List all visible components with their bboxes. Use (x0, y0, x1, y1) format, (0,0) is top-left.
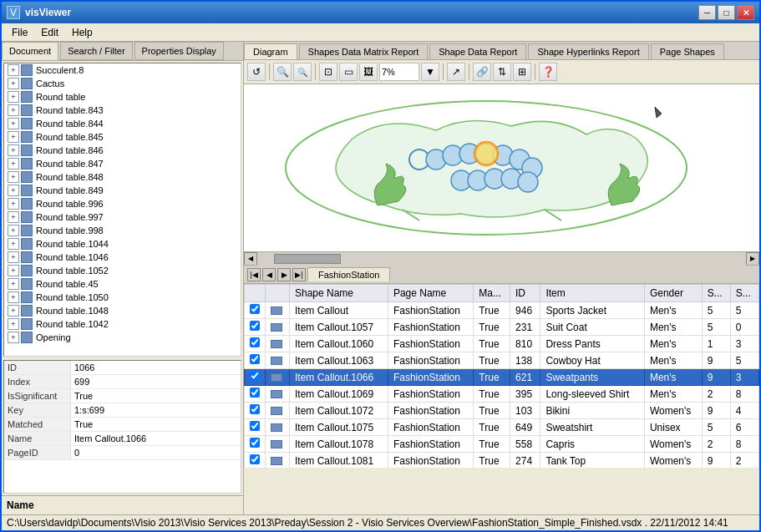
page-prev-button[interactable]: ◀ (262, 268, 276, 281)
tab-document[interactable]: Document (2, 42, 58, 60)
page-tab-fashion[interactable]: FashionStation (307, 267, 390, 281)
expand-icon[interactable]: + (8, 225, 19, 236)
page-first-button[interactable]: |◀ (247, 268, 261, 281)
tree-item-1044[interactable]: + Round table.1044 (4, 237, 241, 251)
menu-edit[interactable]: Edit (34, 25, 65, 40)
maximize-button[interactable]: □ (718, 5, 735, 20)
tree-item-1052[interactable]: + Round table.1052 (4, 264, 241, 277)
tree-item-1042[interactable]: + Round table.1042 (4, 317, 241, 331)
tree-item-849[interactable]: + Round table.849 (4, 184, 241, 197)
expand-icon[interactable]: + (8, 131, 19, 143)
tree-item-998[interactable]: + Round table.998 (4, 224, 241, 237)
row-checkbox[interactable] (250, 354, 260, 364)
col-s1[interactable]: S... (702, 285, 730, 302)
expand-icon[interactable]: + (8, 64, 19, 76)
tree-item-opening[interactable]: + Opening (4, 331, 241, 344)
table-row[interactable]: Item Callout.1075 FashionStation True 64… (245, 419, 759, 436)
tab-shapes-matrix[interactable]: Shapes Data Matrix Report (299, 43, 429, 59)
fit-page-button[interactable]: ⊡ (319, 63, 337, 81)
row-checkbox[interactable] (250, 337, 260, 347)
zoom-dropdown[interactable]: ▼ (421, 63, 439, 81)
row-checkbox[interactable] (250, 388, 260, 398)
diagram-canvas-area[interactable] (244, 84, 759, 251)
row-checkbox[interactable] (250, 438, 260, 448)
expand-icon[interactable]: + (8, 91, 19, 103)
row-checkbox[interactable] (250, 321, 260, 331)
tree-item-844[interactable]: + Round table.844 (4, 117, 241, 130)
page-next-button[interactable]: ▶ (277, 268, 291, 281)
col-id[interactable]: ID (510, 285, 540, 302)
expand-icon[interactable]: + (8, 251, 19, 263)
zoom-in-button[interactable]: 🔍 (273, 63, 292, 81)
scroll-left-button[interactable]: ◀ (244, 252, 257, 266)
tree-item-45[interactable]: + Round table.45 (4, 277, 241, 291)
expand-icon[interactable]: + (8, 171, 19, 183)
tree-item-996[interactable]: + Round table.996 (4, 197, 241, 210)
thumbnail-button[interactable]: 🖼 (359, 63, 378, 81)
col-page-name[interactable]: Page Name (388, 285, 473, 302)
expand-icon[interactable]: + (8, 104, 19, 116)
menu-help[interactable]: Help (65, 25, 99, 40)
tab-search-filter[interactable]: Search / Filter (60, 42, 132, 60)
table-row[interactable]: Item Callout.1063 FashionStation True 13… (245, 352, 759, 369)
col-s2[interactable]: S... (730, 285, 758, 302)
scroll-track[interactable] (257, 252, 746, 266)
expand-icon[interactable]: + (8, 78, 19, 89)
row-checkbox[interactable] (250, 371, 260, 381)
zoom-input[interactable] (379, 63, 419, 81)
expand-icon[interactable]: + (8, 238, 19, 250)
data-table-area[interactable]: Shape Name Page Name Ma... ID Item Gende… (244, 284, 759, 468)
row-checkbox[interactable] (250, 404, 260, 414)
grid-button[interactable]: ⊞ (513, 63, 531, 81)
row-checkbox[interactable] (250, 304, 260, 314)
table-row[interactable]: Item Callout.1066 FashionStation True 62… (245, 369, 759, 386)
table-row[interactable]: Item Callout.1081 FashionStation True 27… (245, 453, 759, 469)
col-gender[interactable]: Gender (644, 285, 702, 302)
tree-item-1046[interactable]: + Round table.1046 (4, 251, 241, 264)
expand-icon[interactable]: + (8, 185, 19, 196)
expand-icon[interactable]: + (8, 118, 19, 129)
diagram-h-scrollbar[interactable]: ◀ ▶ (244, 251, 759, 265)
expand-icon[interactable]: + (8, 158, 19, 170)
page-last-button[interactable]: ▶| (292, 268, 306, 281)
tree-item-848[interactable]: + Round table.848 (4, 170, 241, 184)
refresh-button[interactable]: ↺ (247, 63, 266, 81)
expand-icon[interactable]: + (8, 211, 19, 223)
expand-icon[interactable]: + (8, 318, 19, 330)
menu-file[interactable]: File (5, 25, 34, 40)
expand-icon[interactable]: + (8, 144, 19, 156)
tree-item-847[interactable]: + Round table.847 (4, 157, 241, 170)
page-width-button[interactable]: ▭ (339, 63, 358, 81)
tree-item-845[interactable]: + Round table.845 (4, 130, 241, 144)
tree-item-1050[interactable]: + Round table.1050 (4, 291, 241, 304)
table-row[interactable]: Item Callout FashionStation True 946 Spo… (245, 302, 759, 319)
tab-diagram[interactable]: Diagram (244, 43, 297, 59)
tab-shape-data[interactable]: Shape Data Report (429, 43, 526, 59)
tab-properties-display[interactable]: Properties Display (134, 42, 224, 60)
table-row[interactable]: Item Callout.1057 FashionStation True 23… (245, 319, 759, 336)
expand-icon[interactable]: + (8, 305, 19, 317)
tree-item-843[interactable]: + Round table.843 (4, 104, 241, 117)
expand-icon[interactable]: + (8, 198, 19, 210)
scroll-thumb[interactable] (274, 254, 341, 264)
row-checkbox[interactable] (250, 421, 260, 431)
tree-item-1048[interactable]: + Round table.1048 (4, 304, 241, 317)
expand-icon[interactable]: + (8, 265, 19, 276)
table-row[interactable]: Item Callout.1060 FashionStation True 81… (245, 336, 759, 352)
expand-icon[interactable]: + (8, 291, 19, 303)
row-checkbox[interactable] (250, 454, 260, 464)
col-item[interactable]: Item (540, 285, 645, 302)
col-matched[interactable]: Ma... (474, 285, 510, 302)
help-button[interactable]: ❓ (539, 63, 557, 81)
tab-page-shapes[interactable]: Page Shapes (651, 43, 724, 59)
col-shape-name[interactable]: Shape Name (290, 285, 388, 302)
sync-button[interactable]: ⇅ (493, 63, 511, 81)
tree-item-round-table[interactable]: + Round table (4, 90, 241, 104)
tree-item-997[interactable]: + Round table.997 (4, 210, 241, 224)
export-button[interactable]: ↗ (447, 63, 465, 81)
expand-icon[interactable]: + (8, 278, 19, 290)
tree-item-cactus[interactable]: + Cactus (4, 77, 241, 90)
tab-hyperlinks[interactable]: Shape Hyperlinks Report (528, 43, 648, 59)
document-tree[interactable]: + Succulent.8 + Cactus + Round table + (3, 63, 241, 357)
table-row[interactable]: Item Callout.1078 FashionStation True 55… (245, 436, 759, 453)
